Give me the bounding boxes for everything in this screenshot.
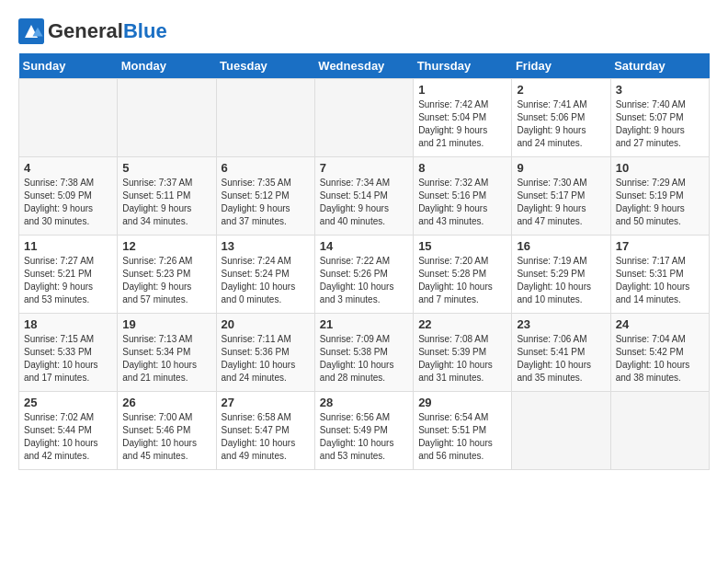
calendar-day-cell: 15Sunrise: 7:20 AM Sunset: 5:28 PM Dayli… — [414, 236, 512, 314]
calendar-day-cell: 22Sunrise: 7:08 AM Sunset: 5:39 PM Dayli… — [414, 314, 512, 392]
day-number: 14 — [320, 239, 408, 253]
day-info: Sunrise: 7:30 AM Sunset: 5:17 PM Dayligh… — [517, 177, 605, 228]
day-number: 9 — [517, 161, 605, 175]
day-info: Sunrise: 7:41 AM Sunset: 5:06 PM Dayligh… — [517, 98, 605, 150]
calendar-day-cell: 1Sunrise: 7:42 AM Sunset: 5:04 PM Daylig… — [414, 79, 512, 157]
calendar-week-row: 4Sunrise: 7:38 AM Sunset: 5:09 PM Daylig… — [19, 157, 710, 236]
day-info: Sunrise: 7:19 AM Sunset: 5:29 PM Dayligh… — [517, 255, 605, 306]
day-number: 19 — [122, 317, 210, 331]
day-info: Sunrise: 7:08 AM Sunset: 5:39 PM Dayligh… — [418, 333, 506, 385]
calendar-day-cell: 3Sunrise: 7:40 AM Sunset: 5:07 PM Daylig… — [610, 79, 709, 157]
day-info: Sunrise: 7:27 AM Sunset: 5:21 PM Dayligh… — [24, 255, 112, 306]
calendar-day-cell: 28Sunrise: 6:56 AM Sunset: 5:49 PM Dayli… — [314, 392, 413, 470]
day-number: 8 — [418, 161, 506, 175]
calendar-day-cell: 23Sunrise: 7:06 AM Sunset: 5:41 PM Dayli… — [512, 314, 610, 392]
calendar-day-cell — [118, 79, 216, 157]
calendar-day-cell: 12Sunrise: 7:26 AM Sunset: 5:23 PM Dayli… — [118, 236, 216, 314]
calendar-day-cell: 6Sunrise: 7:35 AM Sunset: 5:12 PM Daylig… — [216, 157, 314, 236]
day-info: Sunrise: 7:17 AM Sunset: 5:31 PM Dayligh… — [616, 255, 704, 306]
calendar-day-cell: 5Sunrise: 7:37 AM Sunset: 5:11 PM Daylig… — [118, 157, 216, 236]
day-info: Sunrise: 7:09 AM Sunset: 5:38 PM Dayligh… — [320, 333, 408, 385]
day-info: Sunrise: 7:22 AM Sunset: 5:26 PM Dayligh… — [320, 255, 408, 306]
day-number: 5 — [122, 161, 210, 175]
day-number: 29 — [418, 396, 506, 409]
day-info: Sunrise: 7:26 AM Sunset: 5:23 PM Dayligh… — [122, 255, 210, 306]
day-number: 15 — [418, 239, 506, 253]
weekday-header-saturday: Saturday — [610, 53, 709, 79]
calendar-day-cell: 11Sunrise: 7:27 AM Sunset: 5:21 PM Dayli… — [19, 236, 118, 314]
calendar-day-cell — [19, 79, 118, 157]
calendar-day-cell: 29Sunrise: 6:54 AM Sunset: 5:51 PM Dayli… — [414, 392, 512, 470]
day-number: 12 — [122, 239, 210, 253]
day-info: Sunrise: 7:38 AM Sunset: 5:09 PM Dayligh… — [24, 177, 112, 228]
weekday-header-friday: Friday — [512, 53, 610, 79]
day-number: 18 — [24, 317, 112, 331]
day-number: 3 — [616, 83, 704, 97]
day-number: 24 — [616, 317, 704, 331]
day-number: 11 — [24, 239, 112, 253]
calendar-day-cell: 14Sunrise: 7:22 AM Sunset: 5:26 PM Dayli… — [314, 236, 413, 314]
day-info: Sunrise: 7:40 AM Sunset: 5:07 PM Dayligh… — [616, 98, 704, 150]
day-info: Sunrise: 6:56 AM Sunset: 5:49 PM Dayligh… — [320, 411, 408, 463]
logo-icon — [18, 18, 44, 44]
calendar-day-cell: 25Sunrise: 7:02 AM Sunset: 5:44 PM Dayli… — [19, 392, 118, 470]
day-info: Sunrise: 7:35 AM Sunset: 5:12 PM Dayligh… — [222, 177, 310, 228]
day-info: Sunrise: 7:15 AM Sunset: 5:33 PM Dayligh… — [24, 333, 112, 385]
calendar-day-cell: 9Sunrise: 7:30 AM Sunset: 5:17 PM Daylig… — [512, 157, 610, 236]
day-info: Sunrise: 7:06 AM Sunset: 5:41 PM Dayligh… — [517, 333, 605, 385]
day-number: 28 — [320, 396, 408, 409]
day-number: 25 — [24, 396, 112, 409]
calendar-day-cell: 21Sunrise: 7:09 AM Sunset: 5:38 PM Dayli… — [314, 314, 413, 392]
calendar-day-cell: 17Sunrise: 7:17 AM Sunset: 5:31 PM Dayli… — [610, 236, 709, 314]
calendar-day-cell — [610, 392, 709, 470]
calendar-week-row: 18Sunrise: 7:15 AM Sunset: 5:33 PM Dayli… — [19, 314, 710, 392]
calendar-day-cell: 16Sunrise: 7:19 AM Sunset: 5:29 PM Dayli… — [512, 236, 610, 314]
day-info: Sunrise: 7:34 AM Sunset: 5:14 PM Dayligh… — [320, 177, 408, 228]
day-info: Sunrise: 7:02 AM Sunset: 5:44 PM Dayligh… — [24, 411, 112, 463]
weekday-header-thursday: Thursday — [414, 53, 512, 79]
weekday-header-monday: Monday — [118, 53, 216, 79]
day-info: Sunrise: 7:04 AM Sunset: 5:42 PM Dayligh… — [616, 333, 704, 385]
day-number: 1 — [418, 83, 506, 97]
calendar-day-cell: 4Sunrise: 7:38 AM Sunset: 5:09 PM Daylig… — [19, 157, 118, 236]
calendar-day-cell: 2Sunrise: 7:41 AM Sunset: 5:06 PM Daylig… — [512, 79, 610, 157]
weekday-header-wednesday: Wednesday — [314, 53, 413, 79]
logo: GeneralBlue — [18, 18, 167, 44]
day-info: Sunrise: 7:20 AM Sunset: 5:28 PM Dayligh… — [418, 255, 506, 306]
day-number: 10 — [616, 161, 704, 175]
calendar-day-cell: 27Sunrise: 6:58 AM Sunset: 5:47 PM Dayli… — [216, 392, 314, 470]
calendar-day-cell: 8Sunrise: 7:32 AM Sunset: 5:16 PM Daylig… — [414, 157, 512, 236]
day-info: Sunrise: 7:11 AM Sunset: 5:36 PM Dayligh… — [222, 333, 310, 385]
day-number: 26 — [122, 396, 210, 409]
weekday-header-tuesday: Tuesday — [216, 53, 314, 79]
day-number: 6 — [222, 161, 310, 175]
day-info: Sunrise: 7:13 AM Sunset: 5:34 PM Dayligh… — [122, 333, 210, 385]
calendar-day-cell: 7Sunrise: 7:34 AM Sunset: 5:14 PM Daylig… — [314, 157, 413, 236]
calendar-week-row: 1Sunrise: 7:42 AM Sunset: 5:04 PM Daylig… — [19, 79, 710, 157]
day-number: 13 — [222, 239, 310, 253]
day-number: 17 — [616, 239, 704, 253]
day-number: 20 — [222, 317, 310, 331]
calendar-day-cell: 26Sunrise: 7:00 AM Sunset: 5:46 PM Dayli… — [118, 392, 216, 470]
day-info: Sunrise: 7:00 AM Sunset: 5:46 PM Dayligh… — [122, 411, 210, 463]
day-info: Sunrise: 7:37 AM Sunset: 5:11 PM Dayligh… — [122, 177, 210, 228]
day-number: 7 — [320, 161, 408, 175]
day-info: Sunrise: 6:58 AM Sunset: 5:47 PM Dayligh… — [222, 411, 310, 463]
logo-text: GeneralBlue — [48, 19, 167, 43]
calendar-day-cell — [314, 79, 413, 157]
day-number: 21 — [320, 317, 408, 331]
calendar-week-row: 25Sunrise: 7:02 AM Sunset: 5:44 PM Dayli… — [19, 392, 710, 470]
day-number: 23 — [517, 317, 605, 331]
day-number: 4 — [24, 161, 112, 175]
day-info: Sunrise: 6:54 AM Sunset: 5:51 PM Dayligh… — [418, 411, 506, 463]
day-info: Sunrise: 7:29 AM Sunset: 5:19 PM Dayligh… — [616, 177, 704, 228]
calendar-day-cell — [512, 392, 610, 470]
calendar-day-cell: 20Sunrise: 7:11 AM Sunset: 5:36 PM Dayli… — [216, 314, 314, 392]
calendar-day-cell: 19Sunrise: 7:13 AM Sunset: 5:34 PM Dayli… — [118, 314, 216, 392]
calendar-day-cell: 24Sunrise: 7:04 AM Sunset: 5:42 PM Dayli… — [610, 314, 709, 392]
day-info: Sunrise: 7:32 AM Sunset: 5:16 PM Dayligh… — [418, 177, 506, 228]
calendar-day-cell: 13Sunrise: 7:24 AM Sunset: 5:24 PM Dayli… — [216, 236, 314, 314]
day-number: 2 — [517, 83, 605, 97]
calendar-day-cell: 18Sunrise: 7:15 AM Sunset: 5:33 PM Dayli… — [19, 314, 118, 392]
calendar-week-row: 11Sunrise: 7:27 AM Sunset: 5:21 PM Dayli… — [19, 236, 710, 314]
